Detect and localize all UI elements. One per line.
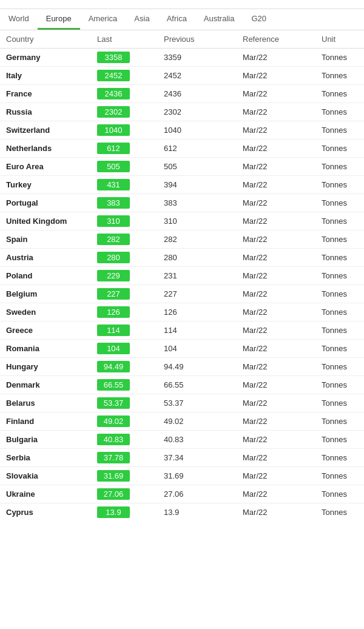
tab-world[interactable]: World [0,9,38,30]
unit-cell: Tonnes [315,85,364,103]
previous-cell: 394 [158,176,237,194]
table-row: Finland49.0249.02Mar/22Tonnes [0,412,364,431]
reference-cell: Mar/22 [237,376,315,394]
unit-cell: Tonnes [315,358,364,376]
tab-america[interactable]: America [80,9,126,30]
country-cell: Russia [0,103,91,121]
reference-cell: Mar/22 [237,49,315,67]
tab-australia[interactable]: Australia [195,9,243,30]
previous-cell: 31.69 [158,467,237,485]
unit-cell: Tonnes [315,412,364,431]
previous-cell: 310 [158,212,237,230]
previous-cell: 40.83 [158,431,237,449]
last-cell: 126 [91,303,158,321]
table-row: Slovakia31.6931.69Mar/22Tonnes [0,467,364,485]
table-row: Austria280280Mar/22Tonnes [0,249,364,267]
reference-cell: Mar/22 [237,467,315,485]
unit-cell: Tonnes [315,467,364,485]
data-table: CountryLastPreviousReferenceUnit Germany… [0,30,364,521]
reference-cell: Mar/22 [237,431,315,449]
unit-cell: Tonnes [315,49,364,67]
tab-asia[interactable]: Asia [126,9,158,30]
unit-cell: Tonnes [315,212,364,230]
col-header-reference: Reference [237,30,315,49]
last-cell: 2436 [91,85,158,103]
country-cell: Spain [0,230,91,249]
table-row: Sweden126126Mar/22Tonnes [0,303,364,321]
table-row: Ukraine27.0627.06Mar/22Tonnes [0,485,364,503]
table-row: Cyprus13.913.9Mar/22Tonnes [0,503,364,522]
table-row: France24362436Mar/22Tonnes [0,85,364,103]
reference-cell: Mar/22 [237,67,315,85]
last-cell: 31.69 [91,467,158,485]
country-cell: Romania [0,340,91,358]
table-row: Belgium227227Mar/22Tonnes [0,285,364,303]
table-row: Spain282282Mar/22Tonnes [0,230,364,249]
tab-africa[interactable]: Africa [158,9,195,30]
unit-cell: Tonnes [315,340,364,358]
table-row: Germany33583359Mar/22Tonnes [0,49,364,67]
unit-cell: Tonnes [315,121,364,140]
reference-cell: Mar/22 [237,249,315,267]
table-row: Euro Area505505Mar/22Tonnes [0,158,364,176]
previous-cell: 612 [158,140,237,158]
col-header-last: Last [91,30,158,49]
last-cell: 431 [91,176,158,194]
last-cell: 49.02 [91,412,158,431]
tab-europe[interactable]: Europe [38,9,80,30]
unit-cell: Tonnes [315,230,364,249]
unit-cell: Tonnes [315,176,364,194]
reference-cell: Mar/22 [237,158,315,176]
previous-cell: 227 [158,285,237,303]
country-cell: Ukraine [0,485,91,503]
table-row: Poland229231Mar/22Tonnes [0,267,364,285]
country-cell: Sweden [0,303,91,321]
previous-cell: 2302 [158,103,237,121]
last-cell: 104 [91,340,158,358]
previous-cell: 3359 [158,49,237,67]
unit-cell: Tonnes [315,431,364,449]
unit-cell: Tonnes [315,267,364,285]
country-cell: Euro Area [0,158,91,176]
reference-cell: Mar/22 [237,121,315,140]
country-cell: Finland [0,412,91,431]
reference-cell: Mar/22 [237,230,315,249]
table-row: Denmark66.5566.55Mar/22Tonnes [0,376,364,394]
previous-cell: 94.49 [158,358,237,376]
country-cell: Portugal [0,194,91,212]
table-row: Bulgaria40.8340.83Mar/22Tonnes [0,431,364,449]
country-cell: United Kingdom [0,212,91,230]
last-cell: 1040 [91,121,158,140]
previous-cell: 280 [158,249,237,267]
last-cell: 3358 [91,49,158,67]
unit-cell: Tonnes [315,249,364,267]
previous-cell: 2452 [158,67,237,85]
page-title [0,0,364,9]
table-row: United Kingdom310310Mar/22Tonnes [0,212,364,230]
last-cell: 94.49 [91,358,158,376]
table-row: Romania104104Mar/22Tonnes [0,340,364,358]
country-cell: Belarus [0,394,91,412]
previous-cell: 66.55 [158,376,237,394]
table-row: Russia23022302Mar/22Tonnes [0,103,364,121]
col-header-previous: Previous [158,30,237,49]
previous-cell: 2436 [158,85,237,103]
country-cell: Denmark [0,376,91,394]
reference-cell: Mar/22 [237,176,315,194]
table-row: Italy24522452Mar/22Tonnes [0,67,364,85]
country-cell: Cyprus [0,503,91,522]
reference-cell: Mar/22 [237,485,315,503]
last-cell: 229 [91,267,158,285]
table-row: Portugal383383Mar/22Tonnes [0,194,364,212]
table-row: Hungary94.4994.49Mar/22Tonnes [0,358,364,376]
last-cell: 2302 [91,103,158,121]
unit-cell: Tonnes [315,503,364,522]
previous-cell: 1040 [158,121,237,140]
country-cell: Slovakia [0,467,91,485]
country-cell: Netherlands [0,140,91,158]
previous-cell: 104 [158,340,237,358]
last-cell: 505 [91,158,158,176]
tab-g20[interactable]: G20 [243,9,275,30]
reference-cell: Mar/22 [237,358,315,376]
table-row: Switzerland10401040Mar/22Tonnes [0,121,364,140]
